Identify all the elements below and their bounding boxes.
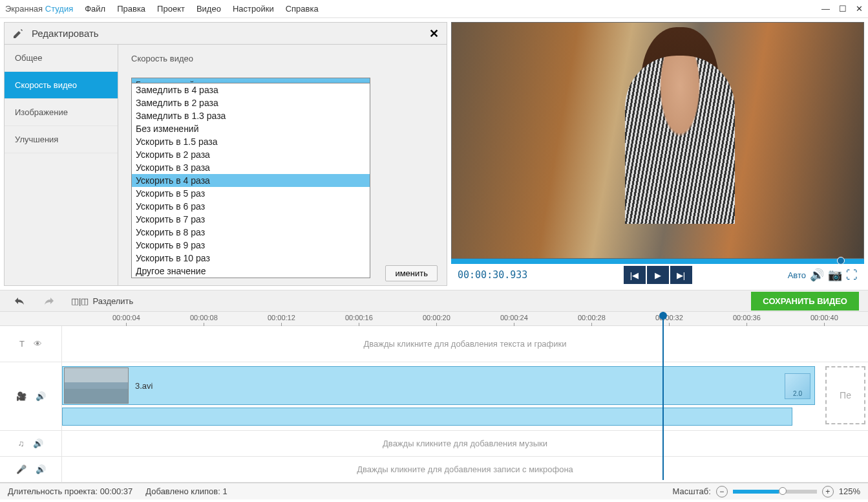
minimize-icon[interactable]: —	[821, 4, 830, 14]
speed-option[interactable]: Ускорить в 1.5 раза	[132, 135, 370, 148]
timecode: 00:00:30.933	[458, 269, 527, 281]
speed-option[interactable]: Ускорить в 4 раза	[132, 174, 370, 187]
next-button[interactable]: ▶|	[670, 266, 692, 284]
speed-dropdown: Замедлить в 4 разаЗамедлить в 2 разаЗаме…	[131, 83, 370, 278]
video-track-icon: 🎥	[16, 391, 26, 401]
ruler-tick: 00:00:20	[423, 314, 450, 322]
speed-option[interactable]: Ускорить в 3 раза	[132, 161, 370, 174]
volume-track-icon[interactable]: 🔊	[36, 391, 46, 401]
speed-field-label: Скорость видео	[131, 54, 434, 63]
speed-option[interactable]: Ускорить в 5 раз	[132, 187, 370, 200]
speed-option[interactable]: Без изменений	[132, 122, 370, 135]
eye-icon[interactable]: 👁	[34, 339, 42, 349]
text-track-icon: T	[19, 339, 25, 349]
menubar: Экранная Студия Файл Правка Проект Видео…	[0, 0, 868, 18]
speed-option[interactable]: Ускорить в 8 раз	[132, 226, 370, 239]
speed-option[interactable]: Замедлить в 2 раза	[132, 96, 370, 109]
edit-panel: Редактировать ✕ Общее Скорость видео Изо…	[4, 22, 447, 286]
close-icon[interactable]: ✕	[856, 4, 863, 14]
time-ruler[interactable]: 00:00:0400:00:0800:00:1200:00:1600:00:20…	[0, 312, 868, 326]
mic-track-hint: Дважды кликните для добавления записи с …	[357, 464, 573, 474]
speed-option[interactable]: Другое значение	[132, 265, 370, 278]
duration-label: Длительность проекта: 00:00:37	[8, 486, 132, 496]
mic-track[interactable]: Дважды кликните для добавления записи с …	[62, 457, 868, 482]
zoom-value: 125%	[839, 486, 860, 496]
tab-general[interactable]: Общее	[5, 45, 118, 72]
apply-button[interactable]: именить	[385, 265, 438, 281]
tab-enhance[interactable]: Улучшения	[5, 126, 118, 153]
music-track-hint: Дважды кликните для добавления музыки	[383, 439, 547, 448]
edit-sidebar: Общее Скорость видео Изображение Улучшен…	[5, 45, 118, 285]
speed-option[interactable]: Ускорить в 10 раз	[132, 252, 370, 265]
split-icon: ◫|◫	[71, 296, 89, 306]
tab-video-speed[interactable]: Скорость видео	[5, 72, 118, 99]
music-track[interactable]: Дважды кликните для добавления музыки	[62, 431, 868, 456]
ruler-tick: 00:00:24	[500, 314, 528, 322]
undo-button[interactable]	[9, 294, 31, 308]
redo-button[interactable]	[37, 294, 59, 308]
video-track[interactable]: 3.avi 2.0 Пе	[62, 362, 868, 430]
speed-option[interactable]: Ускорить в 7 раз	[132, 213, 370, 226]
zoom-label: Масштаб:	[673, 486, 711, 496]
ruler-tick: 00:00:08	[190, 314, 218, 322]
ruler-tick: 00:00:12	[268, 314, 295, 322]
zoom-out-button[interactable]: −	[716, 486, 728, 497]
play-button[interactable]: ▶	[647, 266, 669, 284]
menu-settings[interactable]: Настройки	[233, 4, 274, 14]
menu-edit[interactable]: Правка	[117, 4, 145, 14]
clip-name: 3.avi	[130, 381, 153, 391]
playhead[interactable]	[662, 312, 664, 480]
edit-icon	[12, 28, 24, 39]
speed-option[interactable]: Ускорить в 6 раз	[132, 200, 370, 213]
panel-close-icon[interactable]: ✕	[429, 27, 439, 41]
volume-icon[interactable]: 🔊	[810, 268, 824, 282]
camera-icon[interactable]: 📷	[828, 268, 842, 282]
ruler-tick: 00:00:36	[733, 314, 761, 322]
ruler-tick: 00:00:04	[112, 314, 140, 322]
speed-option[interactable]: Ускорить в 2 раза	[132, 148, 370, 161]
video-clip[interactable]: 3.avi 2.0	[62, 366, 815, 405]
music-volume-icon[interactable]: 🔊	[33, 439, 43, 448]
seek-knob[interactable]	[837, 257, 845, 265]
preview-pane: 00:00:30.933 |◀ ▶ ▶| Авто 🔊 📷 ⛶	[451, 22, 864, 286]
auto-label[interactable]: Авто	[788, 270, 806, 280]
save-video-button[interactable]: СОХРАНИТЬ ВИДЕО	[751, 292, 859, 311]
toolbar: ◫|◫ Разделить СОХРАНИТЬ ВИДЕО	[0, 290, 868, 312]
fullscreen-icon[interactable]: ⛶	[846, 268, 858, 282]
zoom-knob[interactable]	[779, 487, 787, 495]
ruler-tick: 00:00:16	[345, 314, 373, 322]
statusbar: Длительность проекта: 00:00:37 Добавлено…	[0, 483, 868, 499]
music-track-icon: ♫	[18, 439, 25, 448]
speed-badge: 2.0	[785, 373, 810, 399]
seek-bar[interactable]	[451, 259, 864, 264]
mic-track-icon: 🎤	[16, 464, 26, 474]
mic-volume-icon[interactable]: 🔊	[36, 464, 46, 474]
app-title: Экранная Студия	[5, 4, 73, 14]
speed-option[interactable]: Замедлить в 1.3 раза	[132, 109, 370, 122]
menu-help[interactable]: Справка	[286, 4, 319, 14]
menu-video[interactable]: Видео	[196, 4, 221, 14]
zoom-in-button[interactable]: +	[822, 486, 834, 497]
split-button[interactable]: ◫|◫ Разделить	[66, 294, 138, 309]
drop-zone[interactable]: Пе	[825, 366, 865, 424]
menu-project[interactable]: Проект	[157, 4, 185, 14]
prev-button[interactable]: |◀	[624, 266, 646, 284]
zoom-slider[interactable]	[733, 490, 817, 494]
ruler-tick: 00:00:28	[578, 314, 606, 322]
ruler-tick: 00:00:40	[810, 314, 838, 322]
speed-option[interactable]: Ускорить в 9 раз	[132, 239, 370, 252]
clips-label: Добавлено клипов: 1	[145, 486, 227, 496]
maximize-icon[interactable]: ☐	[839, 4, 847, 14]
clip-thumbnail	[64, 367, 129, 404]
speed-option[interactable]: Замедлить в 4 раза	[132, 83, 370, 96]
text-track-hint: Дважды кликните для добавления текста и …	[363, 339, 566, 349]
text-track[interactable]: Дважды кликните для добавления текста и …	[62, 326, 868, 362]
video-preview[interactable]	[451, 22, 864, 259]
edit-title: Редактировать	[32, 28, 99, 39]
timeline-area: 00:00:0400:00:0800:00:1200:00:1600:00:20…	[0, 312, 868, 483]
tab-image[interactable]: Изображение	[5, 99, 118, 126]
menu-file[interactable]: Файл	[85, 4, 105, 14]
audio-waveform[interactable]	[62, 408, 792, 426]
